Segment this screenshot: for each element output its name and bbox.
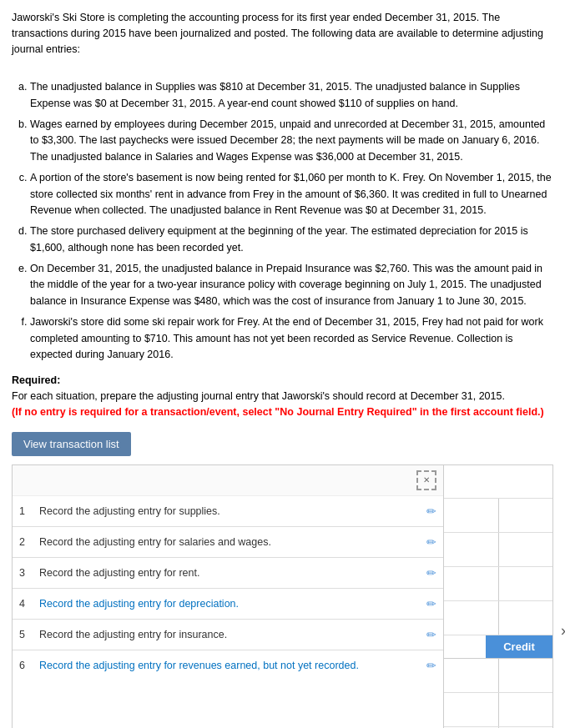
- edit-icon-1[interactable]: ✏: [426, 505, 436, 518]
- row-number-3: 3: [19, 567, 33, 579]
- edit-icon-4[interactable]: ✏: [426, 597, 436, 610]
- row-label-5: Record the adjusting entry for insurance…: [39, 629, 420, 640]
- transaction-row-5: 5Record the adjusting entry for insuranc…: [13, 620, 443, 650]
- right-spacer: [444, 465, 552, 499]
- right-cell-6-debit[interactable]: [444, 693, 499, 726]
- credit-header: Credit: [444, 635, 552, 659]
- transaction-row-2: 2Record the adjusting entry for salaries…: [13, 527, 443, 558]
- view-transaction-list-button[interactable]: View transaction list: [12, 432, 131, 456]
- right-row-5-container: Credit: [444, 635, 552, 693]
- edit-icon-6[interactable]: ✏: [426, 659, 436, 672]
- right-cell-4-debit[interactable]: [444, 601, 499, 635]
- right-cell-3-credit[interactable]: [499, 567, 553, 600]
- item-d: The store purchased delivery equipment a…: [30, 223, 553, 256]
- row-label-4: Record the adjusting entry for depreciat…: [39, 598, 420, 610]
- row-number-4: 4: [19, 598, 33, 610]
- right-cell-3-debit[interactable]: [444, 567, 499, 600]
- right-cell-6-credit[interactable]: [499, 693, 553, 726]
- transaction-row-1: 1Record the adjusting entry for supplies…: [13, 496, 443, 527]
- item-c: A portion of the store's basement is now…: [30, 170, 553, 218]
- right-row-3: [444, 567, 552, 601]
- transaction-row-6: 6Record the adjusting entry for revenues…: [13, 650, 443, 680]
- row-number-6: 6: [19, 660, 33, 671]
- right-cell-2-debit[interactable]: [444, 533, 499, 566]
- right-row-4: [444, 601, 552, 635]
- item-f: Jaworski's store did some ski repair wor…: [30, 314, 553, 363]
- icon-row: ✕: [13, 465, 443, 496]
- items-list: The unadjusted balance in Supplies was $…: [12, 79, 553, 363]
- right-cell-5-credit[interactable]: [499, 659, 553, 692]
- item-b: Wages earned by employees during Decembe…: [30, 117, 553, 165]
- intro-paragraph: Jaworski's Ski Store is completing the a…: [12, 10, 553, 57]
- right-cell-1-debit[interactable]: [444, 499, 499, 532]
- right-cell-4-credit[interactable]: [499, 601, 553, 635]
- required-label: Required:: [12, 374, 60, 386]
- right-cell-2-credit[interactable]: [499, 533, 553, 566]
- right-row-5: [444, 659, 552, 693]
- transaction-row-4: 4Record the adjusting entry for deprecia…: [13, 589, 443, 620]
- transaction-row-3: 3Record the adjusting entry for rent.✏: [13, 558, 443, 589]
- required-red-note: (If no entry is required for a transacti…: [12, 406, 544, 418]
- right-panel: Credit: [444, 465, 552, 729]
- right-cell-5-debit[interactable]: [444, 659, 499, 692]
- row-label-1: Record the adjusting entry for supplies.: [39, 505, 420, 517]
- edit-icon-2[interactable]: ✏: [426, 535, 436, 549]
- required-text: For each situation, prepare the adjustin…: [12, 390, 505, 402]
- row-number-5: 5: [19, 629, 33, 640]
- edit-icon-3[interactable]: ✏: [426, 566, 436, 580]
- item-a: The unadjusted balance in Supplies was $…: [30, 79, 553, 112]
- spreadsheet-icon[interactable]: ✕: [416, 470, 436, 490]
- right-row-2: [444, 533, 552, 567]
- required-section: Required: For each situation, prepare th…: [12, 373, 553, 419]
- chevron-right-icon[interactable]: ›: [559, 618, 565, 642]
- row-number-1: 1: [19, 505, 33, 517]
- credit-label: Credit: [486, 635, 552, 658]
- row-label-2: Record the adjusting entry for salaries …: [39, 536, 420, 548]
- row-label-6: Record the adjusting entry for revenues …: [39, 660, 420, 671]
- transaction-rows: 1Record the adjusting entry for supplies…: [13, 496, 443, 680]
- right-row-1: [444, 499, 552, 533]
- row-label-3: Record the adjusting entry for rent.: [39, 567, 420, 579]
- main-panel: ✕ 1Record the adjusting entry for suppli…: [12, 464, 553, 729]
- left-panel: ✕ 1Record the adjusting entry for suppli…: [13, 465, 444, 729]
- item-e: On December 31, 2015, the unadjusted bal…: [30, 261, 553, 309]
- right-row-6: [444, 693, 552, 727]
- row-number-2: 2: [19, 536, 33, 548]
- edit-icon-5[interactable]: ✏: [426, 628, 436, 641]
- right-cell-1-credit[interactable]: [499, 499, 553, 532]
